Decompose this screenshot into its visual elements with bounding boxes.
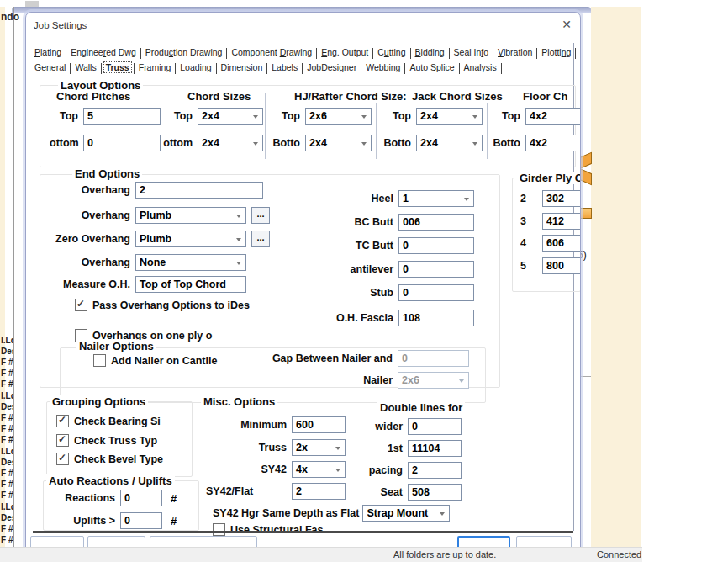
hj-top-select[interactable]: 2x6 [305, 108, 372, 125]
measure-oh-value-box[interactable]: Top of Top Chord [135, 276, 246, 293]
hj-top-value: 2x6 [309, 110, 327, 122]
truss-size-label: Truss [206, 442, 292, 453]
bottom-chord-pitch-input[interactable] [83, 135, 161, 151]
tab-separator [175, 63, 176, 74]
jack-bottom-select[interactable]: 2x4 [416, 135, 483, 151]
bottom-chord-size-select[interactable]: 2x4 [198, 135, 263, 151]
hj-rafter-title: HJ/Rafter Chord Size: [292, 90, 409, 103]
tab-labels[interactable]: Labels [270, 62, 299, 72]
end-options-title: End Options [72, 167, 142, 180]
bc-butt-input[interactable] [398, 214, 474, 231]
left-panel-text-group: l.LdDesF #F #F # [1, 390, 13, 445]
chevron-down-icon [361, 142, 367, 146]
sy42-hgr-select[interactable]: Strap Mount [362, 505, 450, 522]
grouping-title: Grouping Options [50, 395, 148, 408]
zero-overhang-label: Zero Overhang [40, 233, 135, 245]
check-bearing-checkbox[interactable] [56, 415, 69, 427]
background-right-strip [591, 7, 641, 547]
pass-overhang-checkbox[interactable] [75, 299, 87, 311]
background-divider [579, 376, 591, 377]
girder-ply5-input[interactable] [542, 257, 581, 274]
tab-jobdesigner[interactable]: JobDesigner [305, 62, 358, 72]
nailer-size-select[interactable]: 2x6 [398, 372, 469, 389]
girder-ply2-input[interactable] [542, 190, 581, 207]
tab-separator [449, 48, 450, 59]
zero-overhang-select[interactable]: Plumb [135, 231, 246, 247]
tab-dimension[interactable]: Dimension [219, 62, 265, 72]
tab-engineered-dwg[interactable]: Engineered Dwg [69, 47, 138, 57]
hj-bottom-select[interactable]: 2x4 [305, 135, 372, 151]
left-panel-text-group: l.LdDesF #F #F # [1, 501, 13, 547]
overhang-other-value: None [140, 257, 166, 268]
truss-size-value: 2x [296, 442, 308, 453]
wider-input[interactable] [408, 418, 462, 435]
stub-input[interactable] [398, 284, 474, 301]
zero-overhang-browse-button[interactable]: ... [251, 231, 270, 247]
background-panel-border [13, 7, 14, 547]
overhang-browse-button[interactable]: ... [251, 207, 270, 224]
check-bevel-type-checkbox[interactable] [56, 453, 69, 465]
tab-vibration[interactable]: Vibration [496, 47, 534, 57]
uplifts-label: Uplifts > [48, 515, 120, 527]
uplifts-unit: # [171, 515, 177, 527]
use-structural-label: Use Structural Fas [230, 524, 323, 536]
dialog-title: Job Settings [34, 20, 87, 30]
tab-webbing[interactable]: Webbing [364, 62, 402, 72]
tab-component-drawing[interactable]: Component Drawing [229, 47, 314, 57]
floor-title: Floor Ch [520, 90, 570, 103]
tab-general[interactable]: General [33, 62, 67, 72]
overhang-other-select[interactable]: None [135, 254, 246, 271]
zero-overhang-value: Plumb [140, 233, 171, 245]
check-bearing-label: Check Bearing Si [74, 416, 161, 427]
overhang-style-select[interactable]: Plumb [135, 207, 246, 224]
tab-separator [404, 63, 405, 74]
cantilever-input[interactable] [398, 261, 474, 278]
close-icon[interactable]: ✕ [559, 17, 574, 32]
top-chord-size-value: 2x4 [202, 110, 219, 122]
chevron-down-icon [440, 512, 445, 516]
tab-auto-splice[interactable]: Auto Splice [408, 62, 456, 72]
top-chord-size-select[interactable]: 2x4 [198, 108, 263, 125]
spacing-input[interactable] [408, 462, 462, 479]
add-nailer-checkbox[interactable] [93, 354, 106, 367]
tab-plating[interactable]: Plating [33, 47, 63, 57]
seat-input[interactable] [408, 484, 462, 501]
floor-bottom-input[interactable] [525, 135, 581, 151]
tab-truss[interactable]: Truss [104, 62, 131, 72]
overhang-style-label: Overhang [40, 209, 135, 221]
reactions-input[interactable] [120, 490, 162, 506]
uplifts-input[interactable] [120, 512, 162, 529]
oh-fascia-input[interactable] [398, 310, 474, 326]
tab-eng-output[interactable]: Eng. Output [319, 47, 370, 57]
background-left-panel: l.LdDesF #F #F #l.LdDesF #F #F #l.LdDesF… [1, 335, 13, 547]
tab-bidding[interactable]: Bidding [414, 47, 446, 57]
tab-walls[interactable]: Walls [73, 62, 98, 72]
tab-separator [70, 63, 71, 74]
tab-plotting[interactable]: Plotting [540, 47, 572, 57]
tab-loading[interactable]: Loading [178, 62, 213, 72]
reactions-unit: # [171, 492, 177, 505]
use-structural-checkbox[interactable] [213, 523, 225, 536]
tab-cutting[interactable]: Cutting [376, 47, 407, 57]
tab-production-drawing[interactable]: Production Drawing [144, 47, 224, 57]
status-message: All folders are up to date. [393, 549, 496, 559]
overhang-length-input[interactable] [135, 182, 263, 199]
top-chord-pitch-input[interactable] [83, 108, 161, 125]
heel-select[interactable]: 1 [398, 190, 474, 207]
check-truss-type-checkbox[interactable] [56, 434, 69, 447]
floor-top-input[interactable] [525, 108, 581, 125]
girder-ply3-input[interactable] [542, 213, 581, 230]
tab-analysis[interactable]: Analysis [462, 62, 499, 72]
tab-separator [372, 48, 373, 59]
first-input[interactable] [408, 440, 462, 457]
group-divider [265, 93, 266, 159]
sy42-hgr-value: Strap Mount [367, 507, 428, 519]
jack-top-select[interactable]: 2x4 [416, 108, 483, 125]
tab-separator [134, 63, 135, 74]
nailer-gap-input[interactable] [398, 350, 469, 367]
girder-ply4-input[interactable] [542, 235, 581, 252]
tab-seal-info[interactable]: Seal Info [452, 47, 490, 57]
tc-butt-input[interactable] [398, 237, 474, 254]
tab-framing[interactable]: Framing [137, 62, 173, 72]
truss-drawing-member-icon [579, 168, 592, 186]
